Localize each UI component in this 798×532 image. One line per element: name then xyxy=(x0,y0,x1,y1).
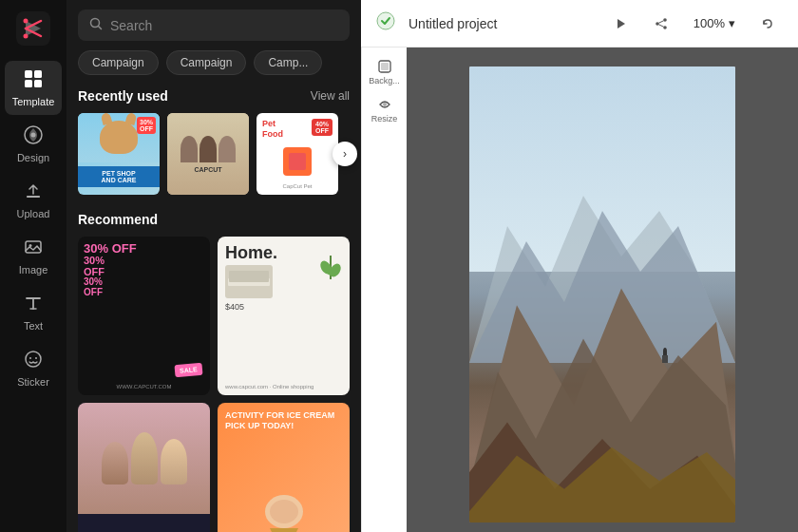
recently-used-item-pet-food[interactable]: PetFood 40%OFF CapCut Pet xyxy=(256,113,338,195)
sale-badge: SALE xyxy=(175,363,203,377)
pet-shop-percent: 30%OFF xyxy=(137,117,156,134)
sidebar-item-label-upload: Upload xyxy=(17,208,50,219)
recently-used-header: Recently used View all xyxy=(78,88,350,104)
right-tools-panel: Backg... Resize xyxy=(361,48,407,532)
zoom-control[interactable]: 100% ▾ xyxy=(686,12,743,34)
canvas-background-image xyxy=(469,66,735,522)
filter-chip-campaign3[interactable]: Camp... xyxy=(254,50,322,75)
app-logo xyxy=(16,11,50,46)
image-icon xyxy=(23,237,44,260)
canvas-topbar-title: Untitled project xyxy=(408,16,597,31)
svg-marker-17 xyxy=(618,19,625,28)
svg-rect-5 xyxy=(25,80,32,87)
sticker-icon xyxy=(23,349,44,372)
sidebar-item-label-design: Design xyxy=(17,152,49,163)
background-tool-button[interactable]: Backg... xyxy=(368,55,402,89)
svg-point-2 xyxy=(24,34,28,39)
svg-rect-6 xyxy=(34,80,42,87)
recommend-item-ice-cream[interactable]: ACTIVITY FOR ICE CREAMPICK UP TODAY! xyxy=(218,403,350,532)
recommend-title: Recommend xyxy=(78,212,158,227)
sidebar-item-label-text: Text xyxy=(24,320,43,332)
recently-used-item-capcut[interactable]: CAPCUT xyxy=(167,113,249,195)
upload-icon xyxy=(23,180,44,204)
background-tool-label: Backg... xyxy=(369,76,400,86)
recommend-header: Recommend xyxy=(78,212,350,227)
pet-shop-badge: PET SHOPAND CARE xyxy=(78,166,160,187)
template-icon xyxy=(23,68,44,92)
sidebar-item-upload[interactable]: Upload xyxy=(5,173,62,227)
canvas-frame xyxy=(469,66,735,522)
svg-point-8 xyxy=(31,133,36,138)
home-url: www.capcut.com · Online shopping xyxy=(225,384,314,390)
home-price: $405 xyxy=(225,302,342,312)
recommend-item-home[interactable]: Home. xyxy=(218,237,350,395)
svg-point-20 xyxy=(663,26,667,29)
svg-point-1 xyxy=(24,19,28,24)
svg-point-23 xyxy=(383,103,387,106)
topbar-undo-button[interactable] xyxy=(752,9,783,39)
filter-chip-campaign2[interactable]: Campaign xyxy=(166,50,247,75)
svg-point-13 xyxy=(29,357,31,359)
search-input[interactable] xyxy=(110,18,338,33)
sidebar-item-design[interactable]: Design xyxy=(5,117,62,171)
recommend-item-design-studio[interactable]: DESIGN STUDIOCREATIVE & ENTHUSIASM xyxy=(78,403,210,532)
sidebar-item-image[interactable]: Image xyxy=(5,229,62,283)
sidebar-item-text[interactable]: Text xyxy=(5,285,62,339)
resize-tool-button[interactable]: Resize xyxy=(368,93,402,127)
svg-point-12 xyxy=(26,352,41,367)
topbar-share-button[interactable] xyxy=(646,9,676,39)
text-icon-sidebar xyxy=(23,293,44,316)
sidebar-item-label-sticker: Sticker xyxy=(17,376,49,388)
sidebar-item-label-image: Image xyxy=(19,264,48,276)
panel-content: Recently used View all PET SHOPAND CARE … xyxy=(66,85,361,532)
recommend-item-thirty-off[interactable]: 30% OFF 30%OFF 30%OFF SALE WWW.CAPCUT.CO… xyxy=(78,237,210,395)
resize-tool-label: Resize xyxy=(371,114,398,124)
search-bar xyxy=(78,10,350,41)
recently-used-next-button[interactable]: › xyxy=(332,142,357,166)
topbar-play-button[interactable] xyxy=(606,9,636,39)
svg-point-16 xyxy=(377,12,394,29)
recently-used-row: PET SHOPAND CARE 30%OFF CAPCUT xyxy=(78,113,350,195)
canvas-viewport xyxy=(407,48,798,532)
canvas-topbar: Untitled project 100% ▾ xyxy=(361,0,798,48)
thirty-off-text: 30% OFF xyxy=(84,242,204,256)
template-panel: Campaign Campaign Camp... Recently used … xyxy=(66,0,361,532)
svg-rect-3 xyxy=(25,70,32,78)
svg-point-19 xyxy=(663,18,667,22)
sidebar: Template Design Upload xyxy=(0,0,66,532)
svg-rect-4 xyxy=(34,70,42,78)
recommend-grid: 30% OFF 30%OFF 30%OFF SALE WWW.CAPCUT.CO… xyxy=(78,237,350,532)
canvas-logo-icon xyxy=(376,11,395,35)
thirty-off-url: WWW.CAPCUT.COM xyxy=(78,384,210,390)
sidebar-item-template[interactable]: Template xyxy=(5,61,62,115)
svg-rect-9 xyxy=(27,196,40,198)
pet-food-off: 40%OFF xyxy=(312,119,332,136)
canvas-area: Untitled project 100% ▾ xyxy=(361,0,798,532)
design-icon xyxy=(23,124,44,148)
zoom-label: 100% xyxy=(694,16,725,30)
recently-used-item-pet-shop[interactable]: PET SHOPAND CARE 30%OFF xyxy=(78,113,160,195)
view-all-recently-used[interactable]: View all xyxy=(311,89,350,103)
ice-cream-title: ACTIVITY FOR ICE CREAMPICK UP TODAY! xyxy=(225,410,342,432)
search-icon xyxy=(89,17,103,33)
filter-chips: Campaign Campaign Camp... xyxy=(66,50,361,85)
svg-rect-22 xyxy=(381,63,389,70)
sidebar-item-sticker[interactable]: Sticker xyxy=(5,341,62,395)
svg-point-18 xyxy=(656,22,659,26)
zoom-chevron-icon: ▾ xyxy=(729,16,735,30)
filter-chip-campaign1[interactable]: Campaign xyxy=(78,50,159,75)
sidebar-item-label-template: Template xyxy=(12,96,55,107)
svg-point-14 xyxy=(35,357,37,359)
recently-used-title: Recently used xyxy=(78,88,168,104)
